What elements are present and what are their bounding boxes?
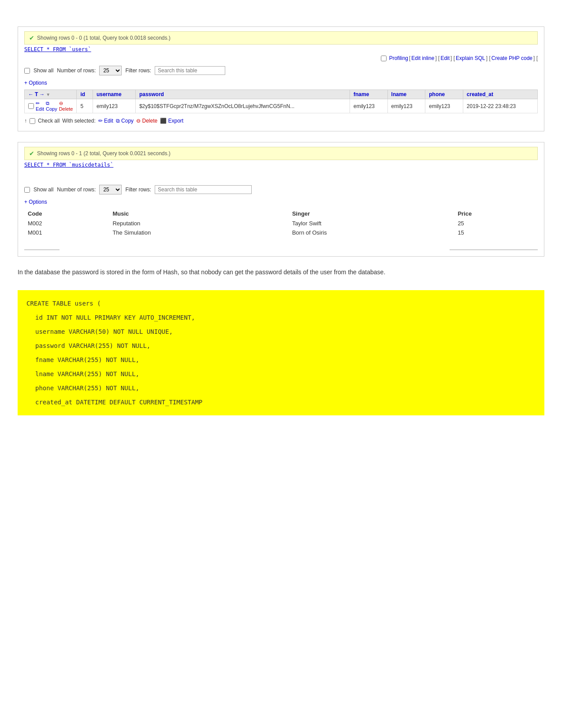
music-filter-rows-label: Filter rows: [125,187,151,193]
edit-link[interactable]: Edit [440,55,450,61]
explain-sql-link[interactable]: Explain SQL [456,55,485,61]
users-table: ← T → ▼ id username password fname lname… [24,90,538,113]
rows-per-page-select[interactable]: 25 50 100 [99,66,122,75]
row1-lname: emily123 [387,99,425,113]
musicdetails-panel: ✔ Showing rows 0 - 1 (2 total, Query too… [18,142,544,257]
music-sql-text: SELECT * FROM `musicdetails` [24,162,113,168]
users-search-input[interactable] [155,66,225,75]
music-col-code[interactable]: Code [24,209,109,219]
show-all-checkbox[interactable] [24,68,30,74]
users-panel: ✔ Showing rows 0 - 0 (1 total, Query too… [18,26,544,131]
music-row-1: M002 Reputation Taylor Swift 25 [24,219,538,228]
col-password[interactable]: password [135,90,350,99]
music-row2-price: 15 [454,228,538,237]
description-text: In the database the password is stored i… [18,267,544,277]
users-sql-text: SELECT * FROM `users` [24,46,91,52]
bottom-edit-link[interactable]: ✏ Edit [98,118,113,124]
col-id[interactable]: id [77,90,93,99]
bottom-export-link[interactable]: ⬛ Export [160,118,183,124]
music-col-music[interactable]: Music [109,209,288,219]
users-table-header: ← T → ▼ id username password fname lname… [25,90,538,99]
code-line-4: lname VARCHAR(255) NOT NULL, [26,367,536,381]
music-bottom-spacer [24,239,538,248]
pagination-left [24,250,60,250]
code-line-2: password VARCHAR(255) NOT NULL, [26,339,536,353]
music-col-price[interactable]: Price [454,209,538,219]
row1-copy-link[interactable]: ⧉ Copy [46,101,57,112]
users-success-message: Showing rows 0 - 0 (1 total, Query took … [37,35,171,41]
music-row1-price: 25 [454,219,538,228]
music-col-singer[interactable]: Singer [289,209,454,219]
with-selected-label: With selected: [62,118,95,124]
code-line-6: created_at DATETIME DEFAULT CURRENT_TIME… [26,395,536,409]
code-line-5: phone VARCHAR(255) NOT NULL, [26,381,536,395]
music-table-header: Code Music Singer Price [24,209,538,219]
profiling-bar: Profiling [ Edit inline ] [ Edit ] [ Exp… [24,53,538,63]
users-success-bar: ✔ Showing rows 0 - 0 (1 total, Query too… [24,31,538,45]
music-show-all-checkbox[interactable] [24,187,30,193]
col-lname[interactable]: lname [387,90,425,99]
profiling-link[interactable]: Profiling [389,55,408,61]
music-filter-row: Show all Number of rows: 25 50 100 Filte… [24,182,538,197]
code-line-0: id INT NOT NULL PRIMARY KEY AUTO_INCREME… [26,310,536,325]
code-line-1: username VARCHAR(50) NOT NULL UNIQUE, [26,325,536,339]
music-spacer [24,169,538,182]
filter-rows-label: Filter rows: [125,67,151,74]
users-sql-line: SELECT * FROM `users` [24,45,538,53]
edit-inline-link[interactable]: Edit inline [411,55,434,61]
pagination-right [450,250,538,250]
check-all-label: Check all [38,118,60,124]
col-phone[interactable]: phone [425,90,463,99]
users-bottom-toolbar: ↑ Check all With selected: ✏ Edit ⧉ Copy… [24,115,538,127]
music-sql-line: SELECT * FROM `musicdetails` [24,160,538,169]
row1-actions: ✏ Edit ⧉ Copy ⊖ Delete [25,99,77,113]
check-icon: ✔ [29,34,34,41]
row1-password: $2y$10$STFGcpr2Tnz/M7zgwXSZnOcLO8rLujehv… [135,99,350,113]
music-search-input[interactable] [155,185,252,194]
create-php-link[interactable]: Create PHP code [491,55,532,61]
music-success-bar: ✔ Showing rows 0 - 1 (2 total, Query too… [24,147,538,160]
code-title: CREATE TABLE users ( [26,296,536,310]
music-row1-code: M002 [24,219,109,228]
music-rows-per-page-select[interactable]: 25 50 100 [99,185,122,194]
music-row1-singer: Taylor Swift [289,219,454,228]
col-username[interactable]: username [93,90,135,99]
row1-phone: emily123 [425,99,463,113]
music-success-message: Showing rows 0 - 1 (2 total, Query took … [37,150,171,157]
music-check-icon: ✔ [29,150,34,157]
col-fname[interactable]: fname [350,90,387,99]
music-row2-code: M001 [24,228,109,237]
users-row-1: ✏ Edit ⧉ Copy ⊖ Delete 5 emily123 $2y$10… [25,99,538,113]
check-all-checkbox[interactable] [30,118,35,124]
users-options[interactable]: + Options [24,78,538,88]
bottom-delete-link[interactable]: ⊖ Delete [136,118,157,124]
music-row1-music: Reputation [109,219,288,228]
users-filter-row: Show all Number of rows: 25 50 100 Filte… [24,63,538,78]
bottom-copy-link[interactable]: ⧉ Copy [116,118,134,124]
music-options[interactable]: + Options [24,197,538,207]
col-created-at[interactable]: created_at [463,90,537,99]
row1-checkbox[interactable] [28,103,34,109]
code-line-3: fname VARCHAR(255) NOT NULL, [26,353,536,367]
row1-created-at: 2019-12-22 23:48:23 [463,99,537,113]
music-pagination [24,248,538,252]
music-show-all-label: Show all [33,187,53,193]
code-block: CREATE TABLE users ( id INT NOT NULL PRI… [18,290,544,415]
row1-delete-link[interactable]: ⊖ Delete [59,101,73,112]
profiling-checkbox[interactable] [381,56,387,61]
music-number-rows-label: Number of rows: [57,187,96,193]
music-row2-music: The Simulation [109,228,288,237]
row1-id: 5 [77,99,93,113]
music-row2-singer: Born of Osiris [289,228,454,237]
row1-username: emily123 [93,99,135,113]
row1-edit-link[interactable]: ✏ Edit [36,101,44,112]
number-rows-label: Number of rows: [57,67,96,74]
music-row-2: M001 The Simulation Born of Osiris 15 [24,228,538,237]
show-all-label: Show all [33,67,53,74]
header-checkbox-cell: ← T → ▼ [25,90,77,99]
music-table: Code Music Singer Price M002 Reputation … [24,209,538,237]
row1-fname: emily123 [350,99,387,113]
